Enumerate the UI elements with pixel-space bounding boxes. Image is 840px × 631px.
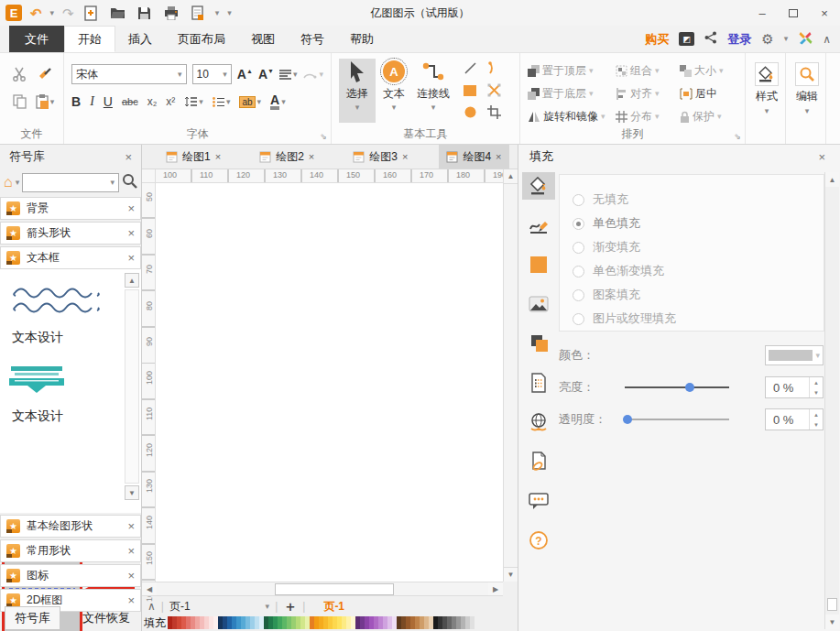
drawing-tab-close-icon[interactable]: × bbox=[309, 151, 314, 162]
scroll-down-icon[interactable]: ▼ bbox=[825, 615, 839, 629]
menu-tab-page-layout[interactable]: 页面布局 bbox=[165, 26, 238, 52]
minimize-button[interactable]: – bbox=[747, 0, 778, 26]
transparency-spinner[interactable]: 0 % ▲▼ bbox=[765, 408, 824, 430]
collapse-ribbon-icon[interactable]: ∧ bbox=[823, 33, 831, 46]
snippet-icon[interactable] bbox=[189, 4, 207, 22]
crop-tool-icon[interactable] bbox=[487, 105, 501, 122]
edit-button[interactable]: 编辑 ▾ bbox=[786, 60, 828, 115]
decrease-font-icon[interactable]: A▼ bbox=[258, 67, 274, 82]
ellipse-tool-icon[interactable] bbox=[464, 106, 476, 121]
export-image-icon[interactable]: ◩ bbox=[679, 32, 694, 46]
spin-up-icon[interactable]: ▲ bbox=[810, 377, 823, 387]
section-close-icon[interactable]: × bbox=[127, 593, 135, 607]
scroll-right-icon[interactable]: ▶ bbox=[488, 582, 503, 595]
select-tool-button[interactable]: 选择 ▾ bbox=[339, 59, 376, 123]
drawing-tab-close-icon[interactable]: × bbox=[215, 151, 221, 162]
spin-down-icon[interactable]: ▼ bbox=[810, 387, 823, 397]
snippet-caret-icon[interactable]: ▾ bbox=[215, 9, 220, 17]
redo-icon[interactable]: ↷ bbox=[62, 6, 74, 20]
send-to-back-button[interactable]: 置于底层▾ bbox=[528, 86, 616, 102]
home-caret-icon[interactable]: ▾ bbox=[16, 179, 20, 187]
symbol-library-close-icon[interactable]: × bbox=[125, 150, 132, 164]
shadow-icon[interactable] bbox=[522, 330, 555, 357]
drawing-tab-3[interactable]: 绘图3 × bbox=[345, 145, 415, 169]
fill-panel-close-icon[interactable]: × bbox=[818, 150, 825, 164]
font-name-select[interactable]: 宋体 ▾ bbox=[71, 64, 187, 84]
page-properties-icon[interactable] bbox=[522, 369, 555, 397]
menu-tab-file[interactable]: 文件 bbox=[9, 26, 64, 52]
scrollbar-thumb[interactable] bbox=[275, 583, 394, 595]
drawing-sheet[interactable] bbox=[156, 183, 503, 582]
fill-panel-scrollbar[interactable]: ▲ ▼ bbox=[824, 172, 839, 629]
brightness-slider-handle[interactable] bbox=[685, 383, 694, 392]
canvas-horizontal-scrollbar[interactable]: ◀ ▶ bbox=[142, 582, 503, 596]
rotate-mirror-button[interactable]: 旋转和镜像▾ bbox=[528, 109, 616, 125]
format-painter-icon[interactable] bbox=[36, 65, 54, 83]
underline-button[interactable]: U bbox=[104, 94, 113, 109]
help-icon[interactable]: ? bbox=[522, 527, 555, 554]
subscript-button[interactable]: x₂ bbox=[147, 95, 158, 108]
align-text-button[interactable]: ▾ bbox=[279, 70, 298, 80]
menu-tab-view[interactable]: 视图 bbox=[238, 26, 288, 52]
color-dropdown[interactable]: ▾ bbox=[765, 345, 824, 365]
share-icon[interactable] bbox=[704, 31, 717, 47]
increase-font-icon[interactable]: A▲ bbox=[237, 67, 253, 82]
library-scroll-down[interactable]: ▼ bbox=[125, 485, 139, 500]
library-scrollbar-track[interactable] bbox=[125, 289, 139, 484]
scroll-up-icon[interactable]: ▲ bbox=[825, 172, 839, 187]
insert-picture-icon[interactable] bbox=[522, 290, 555, 318]
login-button[interactable]: 登录 bbox=[727, 31, 751, 48]
bring-to-front-button[interactable]: 置于顶层▾ bbox=[528, 63, 616, 79]
qat-overflow-icon[interactable]: ▾ bbox=[227, 9, 232, 17]
italic-button[interactable]: I bbox=[90, 94, 94, 109]
buy-button[interactable]: 购买 bbox=[645, 31, 669, 48]
comment-icon[interactable] bbox=[522, 487, 555, 515]
library-search-input[interactable] bbox=[27, 176, 110, 189]
size-button[interactable]: 大小▾ bbox=[680, 63, 740, 79]
library-item-text-design-1[interactable] bbox=[13, 286, 103, 318]
drawing-tab-2[interactable]: 绘图2 × bbox=[252, 145, 322, 169]
menu-tab-insert[interactable]: 插入 bbox=[115, 26, 165, 52]
copy-icon[interactable] bbox=[10, 92, 28, 111]
attachment-icon[interactable] bbox=[522, 448, 555, 475]
library-section-arrow-shapes[interactable]: ★ 箭头形状 × bbox=[0, 222, 141, 245]
paste-button[interactable]: ▾ bbox=[36, 94, 55, 109]
arrange-dialog-launcher-icon[interactable]: ⇘ bbox=[734, 132, 741, 141]
undo-icon[interactable]: ↶ bbox=[30, 6, 42, 20]
section-close-icon[interactable]: × bbox=[127, 569, 135, 582]
page-tab-active[interactable]: 页-1 bbox=[323, 599, 344, 615]
page-selector-caret-icon[interactable]: ▾ bbox=[266, 603, 270, 611]
save-icon[interactable] bbox=[136, 4, 154, 22]
page-selector-label[interactable]: 页-1 bbox=[169, 599, 191, 615]
line-style-icon[interactable] bbox=[522, 212, 555, 239]
library-section-icons[interactable]: ★ 图标 × bbox=[0, 564, 141, 587]
transparency-slider-handle[interactable] bbox=[623, 415, 632, 424]
pages-collapse-icon[interactable]: ∧ bbox=[147, 600, 156, 613]
quick-color-icon[interactable] bbox=[522, 251, 555, 278]
print-icon[interactable] bbox=[162, 4, 180, 22]
spin-down-icon[interactable]: ▼ bbox=[810, 419, 823, 430]
search-caret-icon[interactable]: ▾ bbox=[110, 179, 115, 187]
strikethrough-button[interactable]: abc bbox=[122, 96, 138, 107]
community-logo-icon[interactable] bbox=[798, 30, 813, 48]
scroll-up-icon[interactable]: ▲ bbox=[504, 169, 518, 184]
library-section-common-shapes[interactable]: ★ 常用形状 × bbox=[0, 539, 141, 562]
superscript-button[interactable]: x² bbox=[166, 95, 175, 108]
protect-button[interactable]: 保护▾ bbox=[680, 109, 740, 125]
font-size-select[interactable]: 10 ▾ bbox=[192, 64, 232, 84]
style-button[interactable]: 样式 ▾ bbox=[746, 60, 788, 115]
rectangle-tool-icon[interactable] bbox=[464, 85, 476, 99]
fill-option-solid[interactable]: 单色填充 bbox=[573, 212, 824, 235]
fill-bucket-icon[interactable] bbox=[522, 172, 555, 200]
arc-tool-icon[interactable] bbox=[487, 61, 500, 78]
settings-gear-icon[interactable]: ⚙ bbox=[761, 31, 773, 48]
distribute-button[interactable]: 分布▾ bbox=[616, 109, 680, 125]
fill-option-single-gradient[interactable]: 单色渐变填充 bbox=[573, 259, 824, 283]
undo-caret-icon[interactable]: ▾ bbox=[50, 9, 55, 17]
fill-option-none[interactable]: 无填充 bbox=[573, 188, 824, 212]
section-close-icon[interactable]: × bbox=[127, 519, 135, 533]
library-scroll-up[interactable]: ▲ bbox=[125, 273, 139, 288]
open-folder-icon[interactable] bbox=[109, 4, 127, 22]
library-section-basic-shapes[interactable]: ★ 基本绘图形状 × bbox=[0, 515, 141, 538]
menu-tab-symbols[interactable]: 符号 bbox=[288, 26, 337, 52]
